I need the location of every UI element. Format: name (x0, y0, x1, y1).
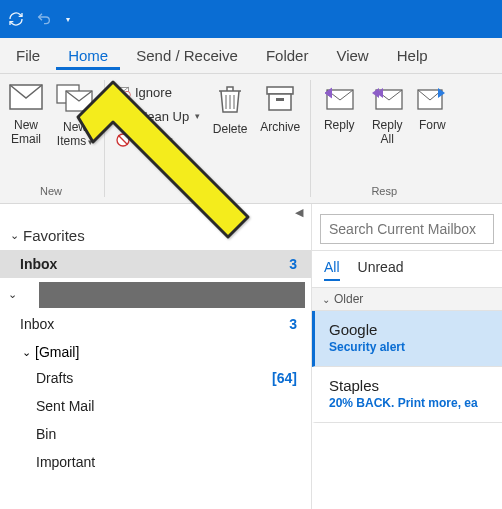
nav-favorites-inbox[interactable]: Inbox 3 (0, 250, 311, 278)
reply-icon (323, 84, 355, 114)
ignore-button[interactable]: Ignore (113, 82, 202, 102)
message-subject: Security alert (329, 340, 488, 354)
svg-rect-7 (267, 87, 293, 94)
delete-button[interactable]: Delete (206, 78, 254, 185)
archive-icon (265, 84, 295, 116)
nav-gmail[interactable]: ⌄ [Gmail] (0, 338, 311, 364)
undo-icon (36, 11, 52, 27)
message-sender: Staples (329, 377, 488, 394)
ribbon-tabs: File Home Send / Receive Folder View Hel… (0, 38, 502, 74)
archive-button[interactable]: Archive (254, 78, 306, 185)
forward-button[interactable]: Forw (411, 78, 453, 185)
group-older[interactable]: ⌄ Older (312, 288, 502, 311)
nav-drafts[interactable]: Drafts [64] (0, 364, 311, 392)
group-label-new: New (2, 185, 100, 201)
reply-all-icon (370, 84, 404, 114)
trash-icon (216, 84, 244, 118)
tab-home[interactable]: Home (56, 41, 120, 70)
favorites-header[interactable]: ⌄ Favorites (0, 219, 311, 250)
tab-send-receive[interactable]: Send / Receive (124, 41, 250, 70)
message-list-pane: All Unread ⌄ Older Google Security alert… (312, 204, 502, 509)
message-item[interactable]: Google Security alert (312, 311, 502, 367)
svg-rect-8 (269, 94, 291, 110)
junk-button[interactable]: Junk▾ (113, 130, 202, 150)
nav-sent-mail[interactable]: Sent Mail (0, 392, 311, 420)
cleanup-button[interactable]: Clean Up▾ (113, 106, 202, 126)
nav-bin[interactable]: Bin (0, 420, 311, 448)
envelope-icon (9, 84, 43, 114)
message-sender: Google (329, 321, 488, 338)
tab-help[interactable]: Help (385, 41, 440, 70)
new-email-button[interactable]: New Email (2, 78, 50, 185)
refresh-icon[interactable] (8, 11, 24, 27)
tab-folder[interactable]: Folder (254, 41, 321, 70)
tab-view[interactable]: View (324, 41, 380, 70)
group-label-delete: Delete (109, 185, 306, 201)
tab-file[interactable]: File (4, 41, 52, 70)
chevron-down-icon[interactable]: ⌄ (0, 286, 17, 303)
items-icon (56, 84, 94, 116)
forward-icon (417, 84, 447, 114)
filter-unread[interactable]: Unread (358, 259, 404, 281)
account-header[interactable] (39, 282, 305, 308)
new-items-button[interactable]: New Items▾ (50, 78, 100, 185)
chevron-down-icon: ⌄ (322, 294, 330, 305)
reply-all-button[interactable]: Reply All (363, 78, 411, 185)
folder-pane: ◀ ⌄ Favorites Inbox 3 ⌄ Inbox 3 ⌄ [Gmail… (0, 204, 312, 509)
message-subject: 20% BACK. Print more, ea (329, 396, 488, 410)
filter-all[interactable]: All (324, 259, 340, 281)
group-label-respond: Resp (315, 185, 453, 201)
qat-customize-icon[interactable]: ▾ (64, 15, 70, 24)
svg-rect-9 (276, 98, 284, 101)
nav-inbox[interactable]: Inbox 3 (0, 310, 311, 338)
chevron-down-icon: ⌄ (10, 229, 19, 242)
search-input[interactable] (320, 214, 494, 244)
nav-important[interactable]: Important (0, 448, 311, 476)
reply-button[interactable]: Reply (315, 78, 363, 185)
chevron-down-icon: ⌄ (22, 346, 31, 359)
collapse-nav-icon[interactable]: ◀ (0, 204, 311, 219)
message-item[interactable]: Staples 20% BACK. Print more, ea (312, 367, 502, 423)
